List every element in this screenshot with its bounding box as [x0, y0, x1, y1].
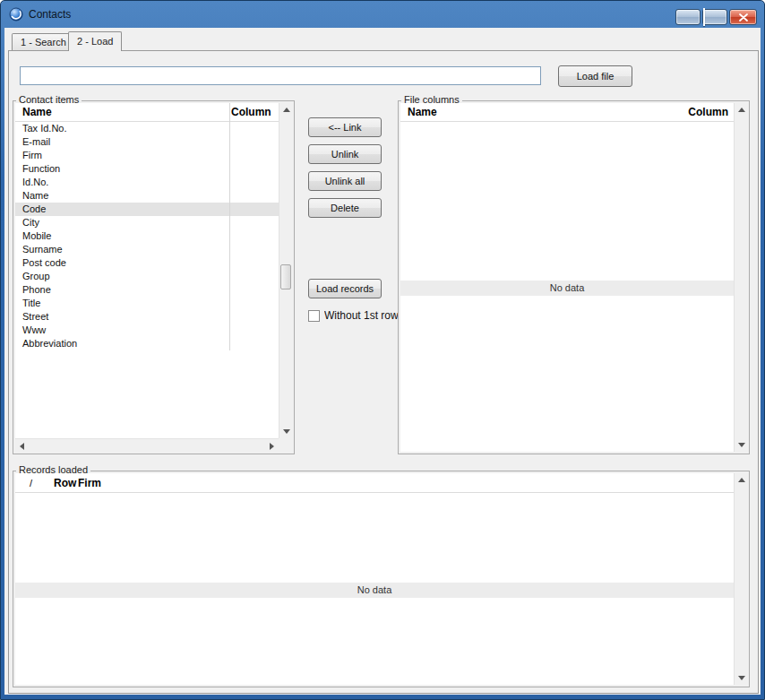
list-item[interactable]: Phone — [15, 283, 279, 297]
column-header-firm[interactable]: Firm — [78, 473, 101, 492]
list-item[interactable]: Tax Id.No. — [15, 122, 279, 135]
scrollbar-corner — [279, 438, 292, 452]
list-item[interactable]: Id.No. — [15, 176, 279, 189]
scroll-down-button[interactable] — [279, 425, 292, 438]
maximize-button[interactable] — [702, 9, 727, 25]
records-loaded-empty-text: No data — [15, 583, 734, 598]
contact-items-list: Name Column Tax Id.No.E-mailFirmFunction… — [15, 103, 292, 452]
scroll-down-button[interactable] — [735, 438, 747, 452]
list-item[interactable]: Name — [15, 189, 279, 203]
without-first-row-checkbox[interactable] — [308, 310, 320, 322]
contact-items-group: Contact items Name Column Tax Id.No.E-ma… — [13, 100, 295, 454]
file-columns-empty-text: No data — [400, 281, 734, 296]
scroll-right-button[interactable] — [265, 439, 279, 452]
caption-buttons — [675, 9, 757, 25]
tab-load[interactable]: 2 - Load — [68, 31, 122, 51]
window-title: Contacts — [29, 8, 71, 21]
list-item[interactable]: Group — [15, 270, 279, 283]
unlink-all-button[interactable]: Unlink all — [308, 171, 382, 191]
scroll-up-icon — [738, 478, 745, 482]
records-loaded-vscrollbar[interactable] — [734, 473, 747, 685]
list-item[interactable]: Title — [15, 297, 279, 310]
unlink-button[interactable]: Unlink — [308, 144, 382, 164]
scroll-left-button[interactable] — [15, 439, 29, 452]
column-header-column[interactable]: Column — [688, 103, 728, 122]
close-icon — [739, 13, 748, 22]
list-item[interactable]: E-mail — [15, 135, 279, 149]
scroll-down-icon — [283, 429, 290, 434]
records-loaded-list: / Row Firm No data — [15, 473, 747, 685]
load-tab-panel: Load file Contact items Name Column Tax … — [8, 50, 759, 694]
link-button[interactable]: <-- Link — [308, 117, 382, 137]
column-header-link[interactable]: / — [30, 473, 32, 492]
close-button[interactable] — [729, 9, 757, 25]
list-item[interactable]: Function — [15, 162, 279, 176]
list-item[interactable]: Abbreviation — [15, 337, 279, 350]
list-item[interactable]: Mobile — [15, 229, 279, 243]
minimize-button[interactable] — [675, 9, 701, 25]
list-item[interactable]: Www — [15, 324, 279, 337]
titlebar: Contacts — [1, 1, 764, 28]
scroll-down-icon — [738, 676, 745, 680]
contact-items-header: Name Column — [15, 103, 279, 122]
load-records-button[interactable]: Load records — [308, 279, 382, 298]
scroll-left-icon — [20, 443, 24, 450]
list-item[interactable]: Surname — [15, 243, 279, 256]
file-columns-group: File columns Name Column No data — [398, 100, 750, 454]
file-columns-vscrollbar[interactable] — [734, 103, 747, 452]
file-columns-header: Name Column — [400, 103, 734, 122]
scroll-down-button[interactable] — [735, 671, 747, 685]
scroll-up-button[interactable] — [279, 103, 292, 117]
column-divider — [229, 103, 230, 350]
list-item[interactable]: Firm — [15, 149, 279, 162]
contact-items-hscrollbar[interactable] — [15, 438, 279, 452]
scroll-up-button[interactable] — [735, 103, 747, 117]
app-icon[interactable] — [9, 7, 23, 22]
scroll-up-icon — [283, 108, 290, 112]
scroll-up-icon — [738, 108, 745, 112]
scroll-up-button[interactable] — [735, 473, 747, 487]
list-item[interactable]: Street — [15, 310, 279, 324]
list-item[interactable]: Code — [15, 203, 279, 216]
column-header-name[interactable]: Name — [408, 103, 437, 122]
file-path-input[interactable] — [20, 66, 541, 85]
column-header-name[interactable]: Name — [22, 103, 52, 122]
scrollbar-thumb[interactable] — [280, 264, 291, 290]
file-columns-list: Name Column No data — [400, 103, 747, 452]
contact-items-vscrollbar[interactable] — [279, 103, 292, 438]
records-loaded-group: Records loaded / Row Firm No data — [13, 471, 750, 687]
tab-search[interactable]: 1 - Search — [12, 33, 75, 51]
records-loaded-header: / Row Firm — [15, 473, 734, 493]
list-item[interactable]: Post code — [15, 256, 279, 270]
list-item[interactable]: City — [15, 216, 279, 229]
contacts-window: Contacts 1 - Search 2 - Load Load file — [0, 0, 765, 700]
scroll-right-icon — [270, 443, 274, 450]
maximize-icon — [703, 8, 705, 26]
load-file-button[interactable]: Load file — [558, 65, 632, 87]
column-header-row[interactable]: Row — [54, 473, 76, 492]
without-first-row-label[interactable]: Without 1st row — [324, 309, 402, 322]
delete-button[interactable]: Delete — [308, 198, 382, 218]
scroll-down-icon — [738, 443, 745, 447]
column-header-column[interactable]: Column — [231, 103, 271, 122]
contact-items-rows: Tax Id.No.E-mailFirmFunctionId.No.NameCo… — [15, 122, 279, 438]
client-area: 1 - Search 2 - Load Load file Contact it… — [4, 28, 761, 695]
